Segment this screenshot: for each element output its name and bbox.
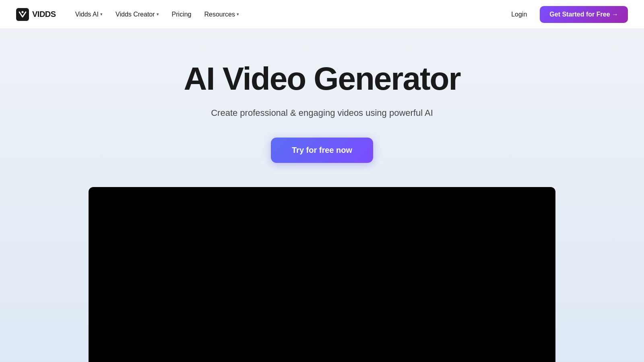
- nav-item-pricing[interactable]: Pricing: [167, 8, 196, 21]
- chevron-down-icon: ▾: [100, 12, 103, 17]
- hero-title: AI Video Generator: [184, 61, 460, 97]
- navbar: VIDDS Vidds AI ▾ Vidds Creator ▾ Pricing…: [0, 0, 644, 29]
- nav-label-vidds-ai: Vidds AI: [75, 11, 99, 18]
- login-button[interactable]: Login: [506, 8, 532, 21]
- hero-video: [89, 187, 555, 362]
- nav-links: Vidds AI ▾ Vidds Creator ▾ Pricing Resou…: [70, 8, 244, 21]
- nav-item-vidds-ai[interactable]: Vidds AI ▾: [70, 8, 107, 21]
- svg-rect-0: [16, 8, 29, 21]
- nav-label-pricing: Pricing: [172, 11, 192, 18]
- logo[interactable]: VIDDS: [16, 8, 56, 21]
- hero-subtitle: Create professional & engaging videos us…: [211, 108, 433, 118]
- hero-section: AI Video Generator Create professional &…: [0, 29, 644, 362]
- chevron-down-icon: ▾: [157, 12, 159, 17]
- logo-icon: [16, 8, 29, 21]
- get-started-button[interactable]: Get Started for Free →: [540, 6, 628, 23]
- nav-label-vidds-creator: Vidds Creator: [116, 11, 155, 18]
- try-free-button[interactable]: Try for free now: [271, 138, 373, 163]
- navbar-right: Login Get Started for Free →: [506, 6, 628, 23]
- chevron-down-icon: ▾: [237, 12, 239, 17]
- svg-point-1: [22, 11, 24, 13]
- nav-item-vidds-creator[interactable]: Vidds Creator ▾: [111, 8, 164, 21]
- navbar-left: VIDDS Vidds AI ▾ Vidds Creator ▾ Pricing…: [16, 8, 244, 21]
- nav-item-resources[interactable]: Resources ▾: [199, 8, 244, 21]
- nav-label-resources: Resources: [204, 11, 235, 18]
- logo-text: VIDDS: [32, 10, 56, 19]
